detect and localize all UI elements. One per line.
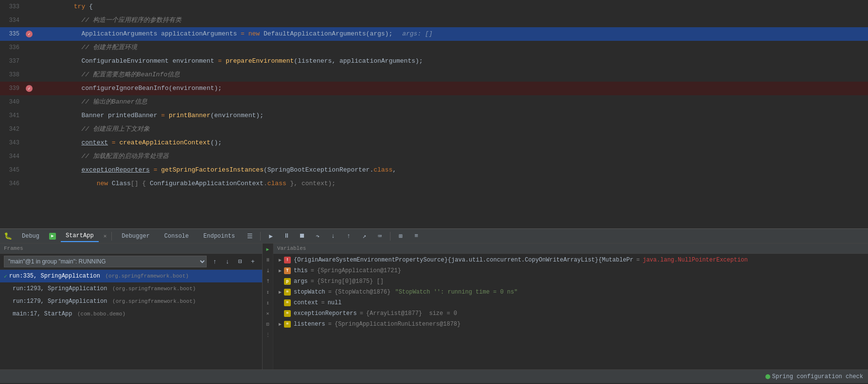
toolbar-btn-resume[interactable]: ▶	[266, 231, 276, 242]
line-num-342: 342	[0, 126, 24, 133]
var-item-5[interactable]: ▶ = exceptionReporters = {ArrayList@1877…	[273, 308, 868, 319]
toolbar-btn-stop[interactable]: ⏹	[297, 231, 307, 242]
toolbar-btn-grid[interactable]: ⊞	[395, 231, 406, 242]
var-item-3[interactable]: ▶ = stopWatch = {StopWatch@1876} "StopWa…	[273, 287, 868, 297]
frames-filter-btn[interactable]: ⊟	[235, 256, 246, 267]
toolbar-btn-pause[interactable]: ⏸	[281, 231, 292, 242]
status-bar: Spring configuration check	[0, 369, 868, 383]
v-btn-1[interactable]: ⤓	[264, 267, 272, 275]
var-expand-6[interactable]: ▶	[277, 321, 283, 327]
var-val-4: null	[328, 299, 342, 306]
var-eq-0: =	[637, 257, 640, 263]
code-content-333: try {	[49, 0, 868, 14]
frames-down-btn[interactable]: ↓	[222, 256, 233, 267]
toolbar-btn-debugger[interactable]: Debugger	[117, 231, 155, 242]
code-content-337: ConfigurableEnvironment environment = pr…	[49, 54, 868, 68]
frames-up-btn[interactable]: ↑	[210, 256, 220, 267]
var-eq-6: =	[328, 321, 332, 328]
var-str-3: "StopWatch '': running time = 0 ns"	[391, 289, 517, 296]
bottom-panel: Frames "main"@1 in group "main": RUNNING…	[0, 243, 868, 369]
var-item-0[interactable]: ▶ ! {OriginAwareSystemEnvironmentPropert…	[273, 255, 868, 265]
line-num-336: 336	[0, 44, 24, 51]
code-content-344: // 加载配置的启动异常处理器	[49, 150, 868, 163]
code-content-339: configureIgnoreBeanInfo(environment);	[49, 82, 868, 95]
frames-add-btn[interactable]: +	[248, 256, 258, 267]
code-content-336: // 创建并配置环境	[49, 41, 868, 54]
debug-icon-green: ▶	[49, 233, 56, 240]
frames-nav-buttons: ↑ ↓ ⊟ +	[210, 256, 258, 267]
frame-item-2[interactable]: run:1279, SpringApplication (org.springf…	[0, 295, 262, 308]
var-list: ▶ ! {OriginAwareSystemEnvironmentPropert…	[273, 254, 868, 369]
line-num-345: 345	[0, 167, 24, 174]
toolbar-btn-step-into[interactable]: ↓	[328, 231, 338, 242]
var-item-2[interactable]: ▶ p args = {String[0]@1875} []	[273, 276, 868, 287]
toolbar-btn-evaluate[interactable]: ⌨	[374, 231, 385, 242]
frame-item-3[interactable]: main:17, StartApp (com.bobo.demo)	[0, 308, 262, 320]
toolbar-btn-step-out[interactable]: ↑	[343, 231, 354, 242]
code-content-342: // 创建应用上下文对象	[49, 122, 868, 136]
var-icon-3: =	[284, 289, 291, 296]
frame-name-0: run:335, SpringApplication	[9, 273, 100, 279]
toolbar-btn-console[interactable]: Console	[159, 231, 194, 242]
var-expand-0[interactable]: ▶	[277, 257, 283, 263]
thread-select[interactable]: "main"@1 in group "main": RUNNING	[4, 256, 207, 267]
code-content-340: // 输出的Banner信息	[49, 95, 868, 109]
var-val-5: {ArrayList@1877} size = 0	[366, 310, 457, 317]
close-tab-icon[interactable]: ✕	[104, 233, 107, 239]
var-eq-2: =	[311, 278, 314, 285]
line-num-334: 334	[0, 17, 24, 24]
code-line-334: 334 // 构造一个应用程序的参数持有类	[0, 14, 868, 27]
toolbar-btn-menu[interactable]: ☰	[245, 231, 255, 242]
tab-debug[interactable]: Debug	[17, 231, 44, 242]
v-btn-3[interactable]: ↧	[264, 288, 272, 296]
toolbar-btn-list[interactable]: ≡	[411, 231, 422, 242]
var-eq-3: =	[328, 289, 332, 296]
var-item-1[interactable]: ▶ T this = {SpringApplication@1721}	[273, 265, 868, 276]
var-item-6[interactable]: ▶ = listeners = {SpringApplicationRunLis…	[273, 319, 868, 330]
toolbar-btn-step-over[interactable]: ↷	[312, 231, 323, 242]
frame-item-1[interactable]: run:1293, SpringApplication (org.springf…	[0, 282, 262, 295]
frame-class-0: (org.springframework.boot)	[102, 273, 189, 279]
toolbar-btn-run-to-cursor[interactable]: ↗	[359, 231, 370, 242]
code-content-343: context = createApplicationContext();	[49, 136, 868, 150]
code-content-338: // 配置需要忽略的BeanInfo信息	[49, 68, 868, 82]
var-expand-3[interactable]: ▶	[277, 289, 283, 295]
code-line-346: 346 new Class[] { ConfigurableApplicatio…	[0, 177, 868, 191]
var-expand-5[interactable]: ▶	[277, 311, 283, 316]
toolbar-btn-endpoints[interactable]: Endpoints	[198, 231, 240, 242]
v-btn-7[interactable]: ⋮	[264, 331, 272, 339]
v-btn-2[interactable]: ⤒	[264, 278, 272, 285]
tab-startapp[interactable]: StartApp	[61, 230, 99, 242]
v-btn-6[interactable]: ⊡	[264, 320, 272, 328]
code-line-336: 336 // 创建并配置环境	[0, 41, 868, 54]
code-line-345: 345 exceptionReporters = getSpringFactor…	[0, 163, 868, 177]
v-btn-4[interactable]: ↥	[264, 299, 272, 307]
v-btn-resume[interactable]: ▶	[264, 245, 272, 253]
spring-config-check[interactable]: Spring configuration check	[765, 373, 863, 380]
spring-config-label: Spring configuration check	[772, 373, 863, 380]
frame-item-0[interactable]: ✓ run:335, SpringApplication (org.spring…	[0, 270, 262, 282]
var-expand-1[interactable]: ▶	[277, 268, 283, 274]
v-btn-pause[interactable]: ⏸	[264, 256, 272, 264]
code-line-341: 341 Banner printedBanner = printBanner(e…	[0, 109, 868, 122]
line-num-346: 346	[0, 180, 24, 187]
var-val-2: {String[0]@1875} []	[317, 278, 384, 285]
code-line-335: 335 ApplicationArguments applicationArgu…	[0, 27, 868, 41]
var-expand-4[interactable]: ▶	[277, 300, 283, 306]
frames-list: ✓ run:335, SpringApplication (org.spring…	[0, 270, 262, 369]
var-expand-2[interactable]: ▶	[277, 279, 283, 284]
line-num-343: 343	[0, 140, 24, 146]
frame-class-1: (org.springframework.boot)	[109, 286, 195, 292]
var-icon-6: =	[284, 321, 291, 328]
line-num-339: 339	[0, 85, 24, 92]
code-line-338: 338 // 配置需要忽略的BeanInfo信息	[0, 68, 868, 82]
toolbar-sep-2	[260, 232, 261, 241]
v-btn-5[interactable]: ✕	[264, 310, 272, 317]
breakpoint-339[interactable]	[24, 85, 34, 92]
code-line-333: 333 try {	[0, 0, 868, 14]
breakpoint-335[interactable]	[24, 31, 34, 37]
var-val-1: {SpringApplication@1721}	[317, 267, 401, 274]
var-item-4[interactable]: ▶ = context = null	[273, 297, 868, 308]
var-name-5: exceptionReporters	[294, 310, 357, 317]
toolbar-sep-1	[111, 232, 112, 241]
